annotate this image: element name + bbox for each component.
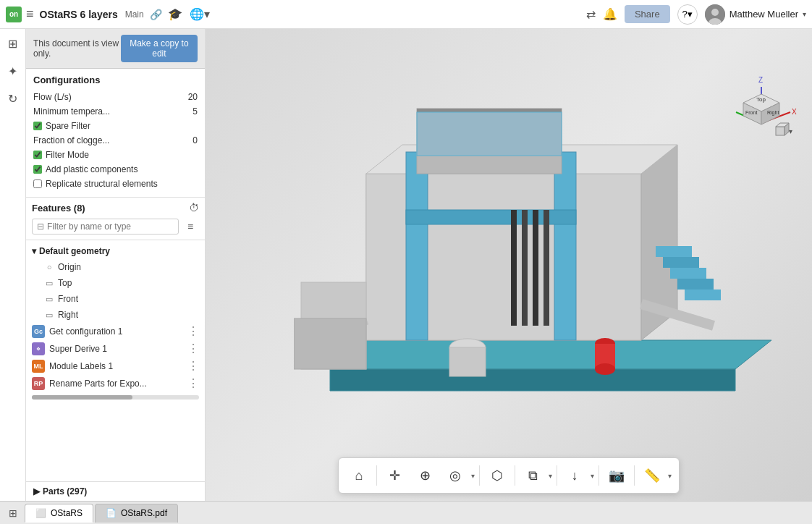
clock-icon[interactable]: ⏱ [189,202,199,214]
link-icon[interactable]: 🔗 [150,9,162,20]
zoom-button[interactable]: ◎ [441,461,470,490]
share-button[interactable]: Share [625,5,670,23]
help-button[interactable]: ?▾ [677,4,698,25]
sidebar-icon-1[interactable]: ✦ [4,62,22,80]
replicate-label: Replicate structural elements [46,179,158,189]
replicate-checkbox[interactable] [33,179,42,188]
bottom-toolbar: ⌂ ✛ ⊕ ◎ ▾ ⬡ ⧉ ▾ ↓ ▾ 📷 📏 [338,457,680,494]
onshape-logo[interactable]: on [6,7,22,22]
user-dropdown-caret[interactable]: ▾ [803,10,806,18]
feature-dots-1[interactable]: ⋮ [187,343,199,355]
config-flow-value: 20 [188,92,198,102]
front-plane-icon: ▭ [43,293,55,305]
view-cube-gizmo[interactable]: Z X Top Front Right ▾ [725,72,798,145]
svg-rect-30 [417,112,562,156]
sidebar-icon-2[interactable]: ↻ [4,90,22,107]
measure-button[interactable]: 📏 [638,461,667,490]
tab-ostars[interactable]: ⬜ OStaRS [25,504,93,523]
feature-module-labels-label: Module Labels 1 [49,361,113,371]
zoom-caret[interactable]: ▾ [470,472,476,480]
left-sidebar-icons: ⊞ ✦ ↻ [0,29,26,501]
configurations-section: Configurations Flow (L/s) 20 Minimum tem… [26,69,205,198]
feature-dots-2[interactable]: ⋮ [187,360,199,372]
feature-module-labels[interactable]: ML Module Labels 1 ⋮ [26,358,205,375]
screenshot-button[interactable]: 📷 [602,461,631,490]
tab-ostars-label: OStaRS [51,508,83,518]
feature-dots-3[interactable]: ⋮ [187,378,199,389]
measure-caret[interactable]: ▾ [667,472,673,480]
tree-item-right[interactable]: ▭ Right [26,307,205,323]
parts-expand-icon: ▶ [33,486,40,496]
toolbar-divider-4 [557,465,557,486]
viewport[interactable]: Z X Top Front Right ▾ ⌂ [206,29,812,501]
sp-badge: ⋄ [32,342,45,355]
rotate-button[interactable]: ✛ [380,461,409,490]
globe-icon[interactable]: 🌐▾ [190,7,210,21]
top-icons: 🎓 🌐▾ [168,7,210,21]
spare-filter-label: Spare Filter [46,121,90,131]
feature-rename-parts[interactable]: RP Rename Parts for Expo... ⋮ [26,375,205,392]
feature-get-config[interactable]: Gc Get configuration 1 ⋮ [26,323,205,340]
tree-item-origin[interactable]: ○ Origin [26,259,205,275]
search-filter-row: ⊟ ≡ [32,218,199,235]
feature-super-derive[interactable]: ⋄ Super Derive 1 ⋮ [26,340,205,358]
parts-header[interactable]: ▶ Parts (297) [33,486,198,496]
features-section: Features (8) ⏱ ⊟ ≡ [26,198,205,240]
feature-get-config-label: Get configuration 1 [49,326,122,337]
download-button[interactable]: ↓ [560,461,589,490]
svg-rect-9 [406,152,428,340]
pan-button[interactable]: ⊕ [410,461,439,490]
tab-ostars-pdf[interactable]: 📄 OStaRS.pdf [95,504,178,523]
feature-dots-0[interactable]: ⋮ [187,326,199,337]
search-box: ⊟ [32,219,179,234]
section-view-button[interactable]: ⧉ [518,461,547,490]
svg-text:Front: Front [745,110,757,115]
svg-text:X: X [792,108,797,116]
origin-icon: ○ [43,261,55,273]
main-layout: ⊞ ✦ ↻ This document is view only. Make a… [0,29,812,501]
config-temp-row: Minimum tempera... 5 [33,104,198,119]
config-fraction-label: Fraction of clogge... [33,135,109,145]
copy-to-edit-button[interactable]: Make a copy to edit [121,35,198,62]
tree-item-front[interactable]: ▭ Front [26,291,205,307]
config-title: Configurations [33,75,198,85]
search-input[interactable] [47,221,174,232]
user-area: Matthew Mueller ▾ [705,4,806,25]
plastic-label: Add plastic components [46,164,138,174]
list-view-button[interactable]: ≡ [182,218,199,235]
toolbar-divider-5 [599,465,599,486]
config-spare-filter: Spare Filter [33,119,198,133]
sidebar-icon-0[interactable]: ⊞ [4,35,22,52]
view-only-text: This document is view only. [33,38,121,59]
section-caret[interactable]: ▾ [547,472,554,480]
tabbar-icon[interactable]: ⊞ [3,503,23,523]
measure-group: 📏 ▾ [638,461,673,490]
bell-icon[interactable]: 🔔 [603,7,617,21]
default-geometry-label: Default geometry [39,246,110,256]
svg-rect-22 [522,210,528,326]
svg-rect-25 [656,246,692,257]
default-geometry-group[interactable]: ▾ Default geometry [26,243,205,259]
svg-marker-3 [330,340,771,369]
svg-point-20 [595,363,615,375]
graduate-icon[interactable]: 🎓 [168,7,182,21]
config-plastic: Add plastic components [33,162,198,177]
home-view-button[interactable]: ⌂ [344,461,373,490]
spare-filter-checkbox[interactable] [33,122,42,130]
hamburger-menu[interactable]: ≡ [26,7,34,22]
sync-icon[interactable]: ⇄ [586,7,596,21]
config-flow-row: Flow (L/s) 20 [33,90,198,104]
right-plane-icon: ▭ [43,309,55,321]
svg-marker-4 [330,369,735,391]
plastic-checkbox[interactable] [33,165,42,174]
render-mode-button[interactable]: ⬡ [483,461,512,490]
scrollbar[interactable] [32,395,199,400]
download-caret[interactable]: ▾ [589,472,596,480]
3d-model [294,65,771,449]
topbar: on ≡ OStaRS 6 layers Main 🔗 🎓 🌐▾ ⇄ 🔔 Sha… [0,0,812,29]
svg-point-1 [711,9,719,16]
tree-item-top[interactable]: ▭ Top [26,275,205,291]
filter-mode-checkbox[interactable] [33,151,42,159]
tree-item-label-top: Top [58,278,72,288]
svg-rect-28 [677,279,714,290]
